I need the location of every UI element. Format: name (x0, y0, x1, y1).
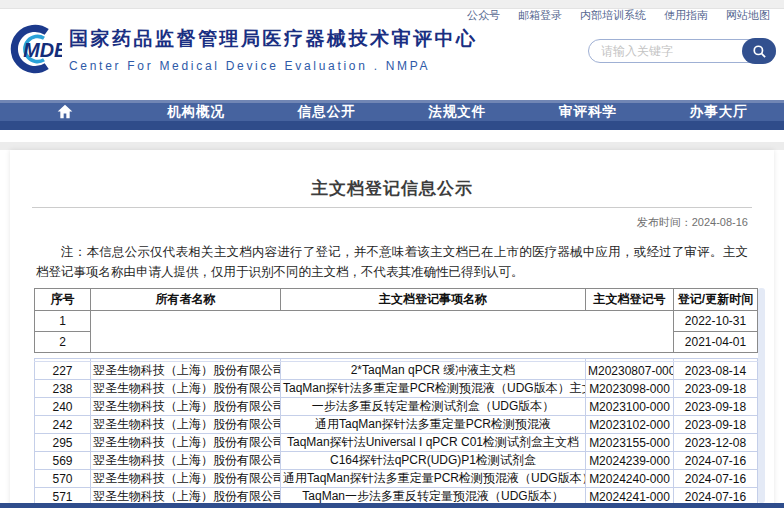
cell-date: 2023-09-18 (674, 416, 758, 434)
cell-index: 240 (35, 398, 91, 416)
search-button[interactable] (742, 38, 776, 64)
site-logo[interactable]: MDE 国家药品监督管理局医疗器械技术审评中心 Center For Medic… (8, 22, 478, 76)
table-row: 238翌圣生物科技（上海）股份有限公司TaqMan探针法多重定量PCR检测预混液… (35, 380, 758, 398)
logo-acronym: MDE (23, 39, 62, 61)
table-row: 227翌圣生物科技（上海）股份有限公司2*TaqMan qPCR 缓冲液主文档M… (35, 362, 758, 380)
nav-home[interactable] (0, 100, 131, 130)
cell-index: 570 (35, 470, 91, 488)
cell-date: 2023-12-08 (674, 434, 758, 452)
cell-reg-no: M2023100-000 (586, 398, 674, 416)
link-internal-training[interactable]: 内部培训系统 (580, 8, 646, 23)
cmde-website-page: 公众号 邮箱登录 内部培训系统 使用指南 网站地图 MDE 国家药品监督管理局医… (0, 0, 784, 508)
table-row: 295翌圣生物科技（上海）股份有限公司TaqMan探针法Universal I … (35, 434, 758, 452)
cell-index: 1 (35, 311, 91, 332)
site-search (588, 38, 776, 64)
cell-date: 2023-09-18 (674, 380, 758, 398)
link-sitemap[interactable]: 网站地图 (726, 8, 770, 23)
cell-date: 2024-07-16 (674, 470, 758, 488)
cell-item-name: 一步法多重反转定量检测试剂盒（UDG版本） (281, 398, 586, 416)
registry-table-wrap: 序号 所有者名称 主文档登记事项名称 主文档登记号 登记/更新时间 12022-… (34, 288, 757, 506)
main-nav: 机构概况 信息公开 法规文件 审评科学 办事大厅 (0, 100, 784, 130)
table-row: 12022-10-31 (35, 311, 758, 332)
cmde-logo-icon: MDE (8, 22, 62, 76)
search-icon (752, 44, 767, 59)
site-title-cn: 国家药品监督管理局医疗器械技术审评中心 (69, 26, 478, 52)
publish-time: 发布时间：2024-08-16 (637, 215, 748, 230)
nav-item-service-hall[interactable]: 办事大厅 (653, 100, 784, 130)
table-header-row: 序号 所有者名称 主文档登记事项名称 主文档登记号 登记/更新时间 (35, 289, 758, 311)
cell-reg-no: M2024239-000 (586, 452, 674, 470)
cell-index: 238 (35, 380, 91, 398)
cell-date: 2023-09-18 (674, 398, 758, 416)
cell-reg-no: M2023155-000 (586, 434, 674, 452)
content-divider-band (0, 142, 784, 150)
cell-item-name: 2*TaqMan qPCR 缓冲液主文档 (281, 362, 586, 380)
footer-strip (0, 503, 784, 508)
cell-reg-no: M2023098-000 (586, 380, 674, 398)
cell-date: 2022-10-31 (674, 311, 758, 332)
cell-reg-no: M2023102-000 (586, 416, 674, 434)
cell-owner: 翌圣生物科技（上海）股份有限公司 (91, 434, 281, 452)
cell-date: 2021-04-01 (674, 332, 758, 353)
link-mail-login[interactable]: 邮箱登录 (518, 8, 562, 23)
disclaimer-note: 注：本信息公示仅代表相关主文档内容进行了登记，并不意味着该主文档已在上市的医疗器… (36, 242, 748, 282)
table-row: 22021-04-01 (35, 332, 758, 353)
cell-index: 2 (35, 332, 91, 353)
col-header-owner: 所有者名称 (91, 289, 281, 311)
table-row: 240翌圣生物科技（上海）股份有限公司一步法多重反转定量检测试剂盒（UDG版本）… (35, 398, 758, 416)
page-title: 主文档登记信息公示 (10, 177, 774, 200)
cell-owner: 翌圣生物科技（上海）股份有限公司 (91, 362, 281, 380)
cell-owner: 翌圣生物科技（上海）股份有限公司 (91, 470, 281, 488)
nav-item-about[interactable]: 机构概况 (131, 100, 262, 130)
cell-owner: 翌圣生物科技（上海）股份有限公司 (91, 380, 281, 398)
cell-index: 569 (35, 452, 91, 470)
cell-reg-no: M20230807-000 (586, 362, 674, 380)
cell-item-name: TaqMan探针法Universal I qPCR C01检测试剂盒主文档 (281, 434, 586, 452)
link-user-guide[interactable]: 使用指南 (664, 8, 708, 23)
cell-item-name: TaqMan探针法多重定量PCR检测预混液（UDG版本）主文档 (281, 380, 586, 398)
home-icon (57, 104, 73, 119)
registry-table-bottom: 227翌圣生物科技（上海）股份有限公司2*TaqMan qPCR 缓冲液主文档M… (34, 358, 758, 506)
col-header-reg-no: 主文档登记号 (586, 289, 674, 311)
table-row: 242翌圣生物科技（上海）股份有限公司通用TaqMan探针法多重定量PCR检测预… (35, 416, 758, 434)
nav-item-info-disclosure[interactable]: 信息公开 (261, 100, 392, 130)
nav-item-review-science[interactable]: 审评科学 (523, 100, 654, 130)
cell-date: 2024-07-16 (674, 452, 758, 470)
table-row: 569翌圣生物科技（上海）股份有限公司C164探针法qPCR(UDG)P1检测试… (35, 452, 758, 470)
cell-index: 227 (35, 362, 91, 380)
cell-owner: 翌圣生物科技（上海）股份有限公司 (91, 398, 281, 416)
table-row: 570翌圣生物科技（上海）股份有限公司通用TaqMan探针法多重定量PCR检测预… (35, 470, 758, 488)
cell-owner: 翌圣生物科技（上海）股份有限公司 (91, 452, 281, 470)
col-header-date: 登记/更新时间 (674, 289, 758, 311)
cell-merged-empty (91, 311, 674, 332)
article-card: 主文档登记信息公示 发布时间：2024-08-16 注：本信息公示仅代表相关主文… (10, 150, 774, 508)
nav-item-regulations[interactable]: 法规文件 (392, 100, 523, 130)
cell-index: 242 (35, 416, 91, 434)
cell-date: 2023-08-14 (674, 362, 758, 380)
quick-links: 公众号 邮箱登录 内部培训系统 使用指南 网站地图 (467, 8, 770, 23)
cell-reg-no: M2024240-000 (586, 470, 674, 488)
cell-item-name: 通用TaqMan探针法多重定量PCR检测预混液 (281, 416, 586, 434)
table-scrollbar[interactable] (758, 288, 765, 503)
registry-table-top: 序号 所有者名称 主文档登记事项名称 主文档登记号 登记/更新时间 12022-… (34, 288, 758, 353)
title-rule (32, 207, 752, 208)
cell-merged-empty (91, 332, 674, 353)
col-header-item-name: 主文档登记事项名称 (281, 289, 586, 311)
cell-index: 295 (35, 434, 91, 452)
col-header-index: 序号 (35, 289, 91, 311)
site-title-en: Center For Medical Device Evaluation . N… (69, 59, 478, 73)
link-wechat[interactable]: 公众号 (467, 8, 500, 23)
cell-item-name: 通用TaqMan探针法多重定量PCR检测预混液（UDG版本） (281, 470, 586, 488)
cell-item-name: C164探针法qPCR(UDG)P1检测试剂盒 (281, 452, 586, 470)
cell-owner: 翌圣生物科技（上海）股份有限公司 (91, 416, 281, 434)
